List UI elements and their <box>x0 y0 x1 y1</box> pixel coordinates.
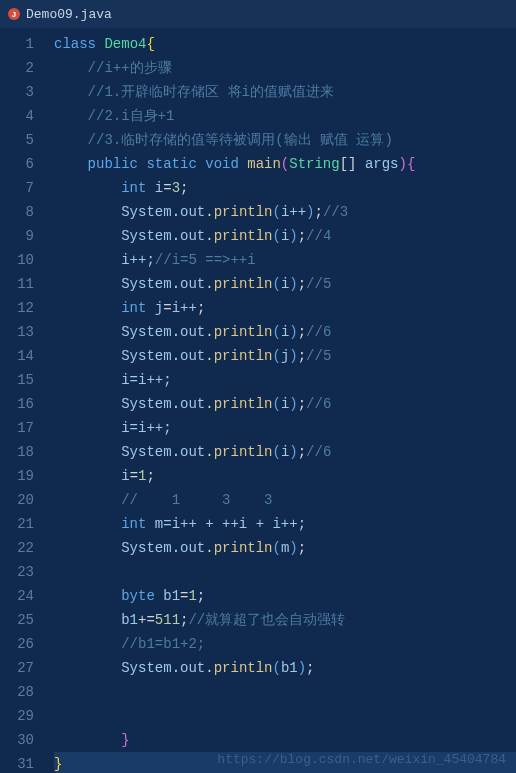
line-number: 14 <box>0 344 34 368</box>
line-number: 19 <box>0 464 34 488</box>
line-number: 17 <box>0 416 34 440</box>
code-line: byte b1=1; <box>54 584 516 608</box>
code-line: b1+=511;//就算超了也会自动强转 <box>54 608 516 632</box>
tab-bar: J Demo09.java <box>0 0 516 28</box>
code-line: //2.i自身+1 <box>54 104 516 128</box>
line-number-gutter: 1234567891011121314151617181920212223242… <box>0 28 42 773</box>
code-line <box>54 680 516 704</box>
code-line: System.out.println(b1); <box>54 656 516 680</box>
code-line: public static void main(String[] args){ <box>54 152 516 176</box>
line-number: 21 <box>0 512 34 536</box>
java-file-icon: J <box>8 8 20 20</box>
code-line: System.out.println(i);//6 <box>54 392 516 416</box>
code-line: int m=i++ + ++i + i++; <box>54 512 516 536</box>
line-number: 1 <box>0 32 34 56</box>
code-line: int j=i++; <box>54 296 516 320</box>
line-number: 25 <box>0 608 34 632</box>
line-number: 28 <box>0 680 34 704</box>
code-line: //i++的步骤 <box>54 56 516 80</box>
code-line: } <box>54 728 516 752</box>
code-line: System.out.println(i);//6 <box>54 440 516 464</box>
line-number: 9 <box>0 224 34 248</box>
line-number: 20 <box>0 488 34 512</box>
watermark: https://blog.csdn.net/weixin_45404784 <box>217 752 506 767</box>
code-area[interactable]: class Demo4{ //i++的步骤 //1.开辟临时存储区 将i的值赋值… <box>42 28 516 773</box>
line-number: 26 <box>0 632 34 656</box>
code-line: System.out.println(i++);//3 <box>54 200 516 224</box>
code-line: System.out.println(j);//5 <box>54 344 516 368</box>
line-number: 5 <box>0 128 34 152</box>
code-line: System.out.println(m); <box>54 536 516 560</box>
code-line: i=i++; <box>54 416 516 440</box>
code-line: System.out.println(i);//5 <box>54 272 516 296</box>
code-line <box>54 704 516 728</box>
code-line: i++;//i=5 ==>++i <box>54 248 516 272</box>
line-number: 15 <box>0 368 34 392</box>
line-number: 7 <box>0 176 34 200</box>
code-line: //1.开辟临时存储区 将i的值赋值进来 <box>54 80 516 104</box>
line-number: 16 <box>0 392 34 416</box>
code-line: System.out.println(i);//4 <box>54 224 516 248</box>
line-number: 6 <box>0 152 34 176</box>
code-line: //3.临时存储的值等待被调用(输出 赋值 运算) <box>54 128 516 152</box>
code-line: i=1; <box>54 464 516 488</box>
line-number: 24 <box>0 584 34 608</box>
line-number: 2 <box>0 56 34 80</box>
file-tab[interactable]: J Demo09.java <box>8 7 112 22</box>
line-number: 11 <box>0 272 34 296</box>
code-line: i=i++; <box>54 368 516 392</box>
line-number: 18 <box>0 440 34 464</box>
code-line: //b1=b1+2; <box>54 632 516 656</box>
line-number: 22 <box>0 536 34 560</box>
code-line <box>54 560 516 584</box>
line-number: 3 <box>0 80 34 104</box>
code-line: int i=3; <box>54 176 516 200</box>
line-number: 4 <box>0 104 34 128</box>
line-number: 10 <box>0 248 34 272</box>
file-name: Demo09.java <box>26 7 112 22</box>
line-number: 29 <box>0 704 34 728</box>
line-number: 8 <box>0 200 34 224</box>
code-line: // 1 3 3 <box>54 488 516 512</box>
line-number: 12 <box>0 296 34 320</box>
code-line: System.out.println(i);//6 <box>54 320 516 344</box>
code-line: class Demo4{ <box>54 32 516 56</box>
line-number: 13 <box>0 320 34 344</box>
line-number: 30 <box>0 728 34 752</box>
editor: 1234567891011121314151617181920212223242… <box>0 28 516 773</box>
line-number: 27 <box>0 656 34 680</box>
line-number: 31 <box>0 752 34 773</box>
line-number: 23 <box>0 560 34 584</box>
